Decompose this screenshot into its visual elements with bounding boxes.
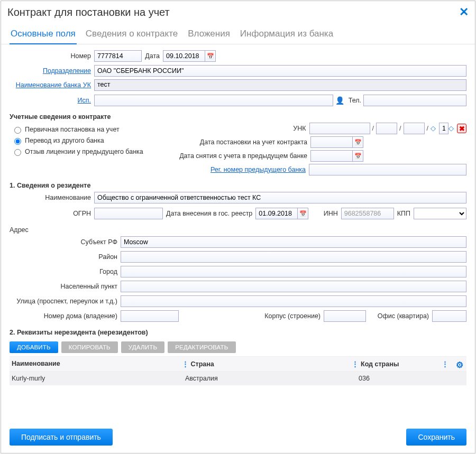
tab-contract-details[interactable]: Сведения о контракте <box>85 25 179 44</box>
ogrn-input <box>94 208 163 219</box>
kpp-label: КПП <box>394 210 414 217</box>
house-label: Номер дома (владение) <box>10 312 121 320</box>
radio-primary-registration[interactable] <box>14 127 21 134</box>
city-input[interactable] <box>121 266 466 277</box>
unk-part1-input[interactable] <box>309 123 370 134</box>
col-name[interactable]: Наименование <box>12 360 182 368</box>
tab-bank-info[interactable]: Информация из банка <box>239 25 334 44</box>
delete-button[interactable]: УДАЛИТЬ <box>121 341 164 353</box>
accounting-section-title: Учетные сведения о контракте <box>10 109 466 123</box>
block-input[interactable] <box>324 310 366 322</box>
calendar-icon[interactable]: 📅 <box>353 136 363 148</box>
grid-header: Наименование ⋮Страна ⋮Код страны ⋮ ⚙ <box>10 356 466 372</box>
unk-part2-input[interactable] <box>376 123 397 134</box>
locality-label: Населенный пункт <box>10 283 121 290</box>
tel-input[interactable] <box>363 95 466 106</box>
unk-icon-2[interactable]: ◇ <box>448 124 457 133</box>
isp-input[interactable] <box>94 95 333 106</box>
radio-primary-label: Первичная постановка на учет <box>25 126 120 133</box>
street-input[interactable] <box>121 295 466 307</box>
bank-uk-link-label[interactable]: Наименование банка УК <box>10 79 94 89</box>
calendar-icon[interactable]: 📅 <box>298 208 308 219</box>
unk-part3-input[interactable] <box>404 123 425 134</box>
radio-transfer-other-bank[interactable] <box>14 138 21 145</box>
tel-label: Тел. <box>346 97 363 104</box>
radio-revoked-label: Отзыв лицензии у предыдущего банка <box>25 148 143 155</box>
footer: Подписать и отправить Сохранить <box>1 421 475 453</box>
locality-input[interactable] <box>121 281 466 292</box>
calendar-icon[interactable]: 📅 <box>353 150 363 162</box>
number-label: Номер <box>10 52 94 60</box>
titlebar: Контракт для постановки на учет ✕ <box>1 1 475 23</box>
resident-section-title: 1. Сведения о резиденте <box>10 178 466 191</box>
dialog-window: Контракт для постановки на учет ✕ Основн… <box>1 1 475 453</box>
close-icon[interactable]: ✕ <box>459 5 469 19</box>
inn-label: ИНН <box>321 210 341 217</box>
reg-date-input[interactable] <box>310 136 353 148</box>
prev-bank-link-label[interactable]: Рег. номер предыдущего банка <box>171 166 309 173</box>
division-input <box>94 65 466 77</box>
col-sep-icon[interactable]: ⋮ <box>182 360 191 368</box>
copy-button[interactable]: КОПИРОВАТЬ <box>61 341 118 353</box>
add-button[interactable]: ДОБАВИТЬ <box>10 341 58 353</box>
date-label: Дата <box>142 52 163 60</box>
address-section-title: Адрес <box>10 222 466 236</box>
col-sep-icon[interactable]: ⋮ <box>352 360 361 368</box>
unk-part4-input[interactable] <box>439 123 448 134</box>
dereg-date-input[interactable] <box>310 150 353 162</box>
reg-date-label: Дата постановки на учет контракта <box>173 138 310 146</box>
radio-license-revoked[interactable] <box>14 149 21 156</box>
dialog-title: Контракт для постановки на учет <box>7 6 170 18</box>
office-input[interactable] <box>432 310 466 322</box>
cell-code: 036 <box>359 375 464 382</box>
tab-main[interactable]: Основные поля <box>10 25 77 44</box>
dereg-date-label: Дата снятия с учета в предыдущем банке <box>173 152 310 160</box>
division-link-label[interactable]: Подразделение <box>10 67 94 75</box>
sign-send-button[interactable]: Подписать и отправить <box>10 429 113 446</box>
nonresident-toolbar: ДОБАВИТЬ КОПИРОВАТЬ УДАЛИТЬ РЕДАКТИРОВАТ… <box>10 341 466 353</box>
unk-label: УНК <box>172 125 309 132</box>
ogrn-label: ОГРН <box>10 210 94 217</box>
nonresident-section-title: 2. Реквизиты нерезидента (нерезидентов) <box>10 325 466 338</box>
cell-country: Австралия <box>185 375 359 382</box>
bank-uk-textarea: тест <box>94 79 466 91</box>
unk-icon-1[interactable]: ◇ <box>431 124 439 133</box>
house-input[interactable] <box>121 310 179 322</box>
contact-icon[interactable]: 👤 <box>335 96 344 105</box>
office-label: Офис (квартира) <box>366 312 432 320</box>
unk-delete-icon[interactable]: ✖ <box>457 124 466 133</box>
gosreg-date-label: Дата внесения в гос. реестр <box>163 210 255 217</box>
tab-attachments[interactable]: Вложения <box>187 25 231 44</box>
edit-button[interactable]: РЕДАКТИРОВАТЬ <box>168 341 235 353</box>
cell-name: Kurly-murly <box>12 375 185 382</box>
save-button[interactable]: Сохранить <box>406 429 466 446</box>
gosreg-date-input[interactable] <box>255 208 298 219</box>
form-body: Номер Дата 📅 Подразделение Наименование … <box>1 44 475 421</box>
kpp-select[interactable] <box>414 208 466 219</box>
number-input[interactable] <box>94 50 142 62</box>
tabs: Основные поля Сведения о контракте Вложе… <box>1 23 475 44</box>
col-code[interactable]: Код страны <box>361 360 399 368</box>
resident-name-input <box>94 192 466 203</box>
prev-bank-input[interactable] <box>309 164 466 175</box>
block-label: Корпус (строение) <box>179 312 324 320</box>
unk-sep: / <box>370 125 376 132</box>
isp-link-label[interactable]: Исп. <box>10 97 94 104</box>
calendar-icon[interactable]: 📅 <box>205 50 216 62</box>
subject-label: Субъект РФ <box>10 238 121 246</box>
col-country[interactable]: Страна <box>191 360 214 368</box>
subject-input[interactable] <box>121 236 466 248</box>
district-input[interactable] <box>121 251 466 263</box>
date-input[interactable] <box>163 50 205 62</box>
table-row[interactable]: Kurly-murly Австралия 036 <box>10 372 466 385</box>
inn-input <box>341 208 394 219</box>
city-label: Город <box>10 268 121 275</box>
district-label: Район <box>10 253 121 261</box>
gear-icon[interactable]: ⚙ <box>456 360 463 370</box>
resident-name-label: Наименование <box>10 194 94 201</box>
radio-transfer-label: Перевод из другого банка <box>25 137 104 144</box>
street-label: Улица (проспект, переулок и т.д.) <box>10 298 121 305</box>
